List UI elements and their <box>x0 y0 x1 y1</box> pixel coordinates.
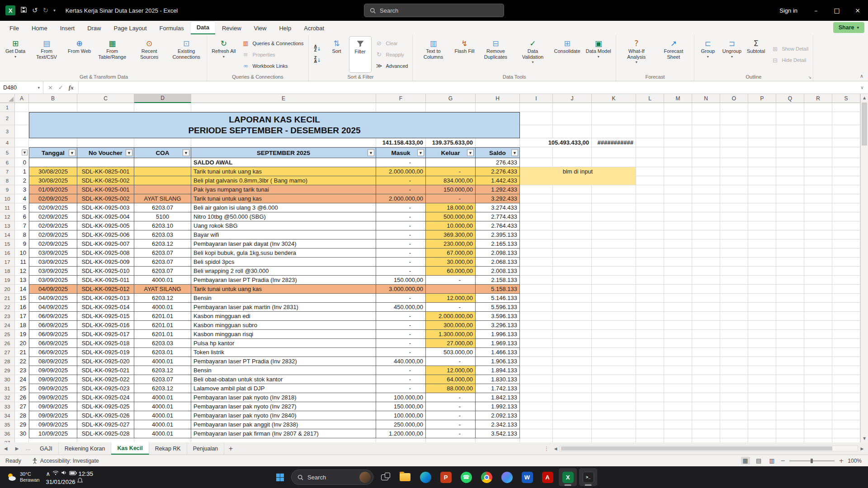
cell-R36[interactable] <box>804 429 832 438</box>
row-header-1[interactable]: 1 <box>0 103 15 112</box>
cell-Q35[interactable] <box>776 420 804 429</box>
cell-M1[interactable] <box>664 103 692 112</box>
column-header-R[interactable]: R <box>804 94 832 103</box>
cell-M26[interactable] <box>664 339 692 348</box>
cell-A10[interactable]: 4 <box>15 194 29 203</box>
cell-I30[interactable] <box>520 375 553 384</box>
cell-K3[interactable] <box>592 125 636 138</box>
cell-J1[interactable] <box>553 103 592 112</box>
cancel-icon[interactable]: × <box>48 84 53 91</box>
cell-O21[interactable] <box>720 294 748 303</box>
cell-J16[interactable] <box>553 249 592 258</box>
cell-K35[interactable] <box>592 420 636 429</box>
cell-C16[interactable]: SDL-KK-0925-008 <box>77 249 134 258</box>
filter-dropdown-september-2025[interactable]: ▼ <box>368 150 374 156</box>
cell-D16[interactable]: 6203.07 <box>134 249 191 258</box>
cell-D10[interactable]: AYAT SILANG <box>134 194 191 203</box>
row-header-6[interactable]: 6 <box>0 158 15 167</box>
recent-sources-button[interactable]: ⊙Recent Sources <box>131 36 167 73</box>
cell-I23[interactable] <box>520 312 553 321</box>
reapply-button[interactable]: ↻Reapply <box>373 49 410 60</box>
cell-H28[interactable]: 1.906.133 <box>476 357 520 366</box>
cell-J19[interactable] <box>553 276 592 285</box>
cell-R13[interactable] <box>804 221 832 230</box>
cell-P27[interactable] <box>748 348 776 357</box>
row-header-16[interactable]: 16 <box>0 249 15 258</box>
cell-M7[interactable] <box>664 167 692 176</box>
cell-J12[interactable] <box>553 212 592 221</box>
cell-D9[interactable] <box>134 185 191 194</box>
whatsapp-icon[interactable]: ☎ <box>457 468 475 486</box>
page-layout-view-icon[interactable]: ▤ <box>754 457 763 465</box>
cell-R6[interactable] <box>804 158 832 167</box>
cell-P1[interactable] <box>748 103 776 112</box>
cell-C21[interactable]: SDL-KK-0925-013 <box>77 294 134 303</box>
cell-N20[interactable] <box>692 285 720 294</box>
cell-A36[interactable]: 30 <box>15 429 29 438</box>
cell-B17[interactable]: 03/09/2025 <box>29 258 77 267</box>
filter-dropdown-icon[interactable]: ▼ <box>22 150 28 155</box>
undo-icon[interactable]: ↺ <box>32 6 38 14</box>
cell-B18[interactable]: 03/09/2025 <box>29 267 77 276</box>
cell-D26[interactable]: 6203.03 <box>134 339 191 348</box>
cell-S33[interactable] <box>832 402 860 411</box>
row-header-10[interactable]: 10 <box>0 194 15 203</box>
cell-F16[interactable]: - <box>376 249 426 258</box>
cell-C6[interactable] <box>77 158 134 167</box>
cell-I20[interactable] <box>520 285 553 294</box>
cell-K31[interactable] <box>592 384 636 393</box>
cell-O1[interactable] <box>720 103 748 112</box>
column-header-M[interactable]: M <box>664 94 692 103</box>
cell-S20[interactable] <box>832 285 860 294</box>
cell-I29[interactable] <box>520 366 553 375</box>
cell-G1[interactable] <box>426 103 476 112</box>
cell-K32[interactable] <box>592 393 636 402</box>
cell-A24[interactable]: 18 <box>15 321 29 330</box>
get-data-button[interactable]: ⊞Get Data▾ <box>3 36 28 73</box>
cell-R32[interactable] <box>804 393 832 402</box>
cell-S2[interactable] <box>832 112 860 125</box>
cell-M13[interactable] <box>664 221 692 230</box>
cell-J10[interactable] <box>553 194 592 203</box>
cell-D7[interactable] <box>134 167 191 176</box>
cell-L19[interactable] <box>636 276 664 285</box>
cell-C9[interactable]: SDL-KK-0925-001 <box>77 185 134 194</box>
cell-Q31[interactable] <box>776 384 804 393</box>
cell-D20[interactable]: AYAT SILANG <box>134 285 191 294</box>
cell-A14[interactable]: 8 <box>15 230 29 239</box>
cell-P29[interactable] <box>748 366 776 375</box>
cell-A23[interactable]: 17 <box>15 312 29 321</box>
cell-S18[interactable] <box>832 267 860 276</box>
cell-L16[interactable] <box>636 249 664 258</box>
cell-J29[interactable] <box>553 366 592 375</box>
cell-Q3[interactable] <box>776 125 804 138</box>
cell-I2[interactable] <box>520 112 553 125</box>
cell-M3[interactable] <box>664 125 692 138</box>
cell-A4[interactable] <box>15 138 29 147</box>
cell-I35[interactable] <box>520 420 553 429</box>
cell-H11[interactable]: 3.274.433 <box>476 203 520 212</box>
cell-D8[interactable] <box>134 176 191 185</box>
cell-Q33[interactable] <box>776 402 804 411</box>
cell-R34[interactable] <box>804 411 832 420</box>
cell-B23[interactable]: 06/09/2025 <box>29 312 77 321</box>
row-header-7[interactable]: 7 <box>0 167 15 176</box>
cell-A17[interactable]: 11 <box>15 258 29 267</box>
cell-N17[interactable] <box>692 258 720 267</box>
cell-O17[interactable] <box>720 258 748 267</box>
cell-A3[interactable] <box>15 125 29 138</box>
cell-E15[interactable]: Pembayaran laser pak dayat (Inv 3024) <box>191 239 376 249</box>
cell-S6[interactable] <box>832 158 860 167</box>
cell-P35[interactable] <box>748 420 776 429</box>
cell-C25[interactable]: SDL-KK-0925-017 <box>77 330 134 339</box>
cell-N27[interactable] <box>692 348 720 357</box>
cell-S21[interactable] <box>832 294 860 303</box>
cell-M2[interactable] <box>664 112 692 125</box>
cell-F9[interactable]: - <box>376 185 426 194</box>
cell-Q12[interactable] <box>776 212 804 221</box>
total-masuk[interactable]: 141.158.433,00 <box>376 138 426 147</box>
dialog-launcher-icon[interactable]: ↘ <box>808 75 812 80</box>
cell-L37[interactable] <box>636 438 664 442</box>
cell-R26[interactable] <box>804 339 832 348</box>
cell-K34[interactable] <box>592 411 636 420</box>
